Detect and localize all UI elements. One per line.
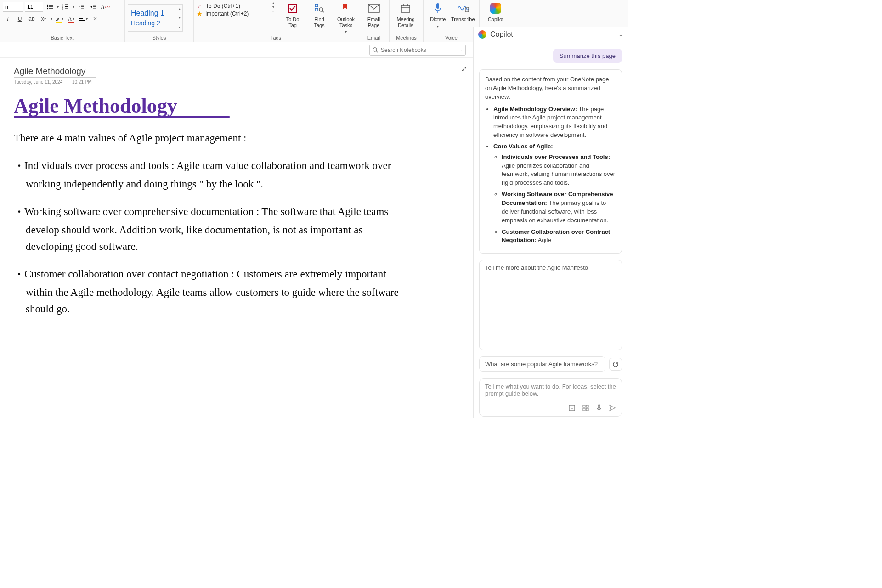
tag-scroll[interactable]: ▴▾⌄ [270,1,277,13]
summary-item: Working Software over Comprehensive Docu… [502,190,616,225]
svg-rect-23 [315,8,318,11]
transcribe-button[interactable]: Transcribe [450,1,476,23]
svg-rect-3 [49,6,53,7]
copilot-title: Copilot [490,30,615,39]
meeting-details-button[interactable]: MeetingDetails [392,1,419,28]
outlook-tasks-button[interactable]: OutlookTasks ▾ [333,1,359,34]
search-row: ⌄ [0,42,473,58]
font-color-icon[interactable]: A [66,14,76,24]
group-email: EmailPage Email [358,0,390,42]
tag-item-todo[interactable]: To Do (Ctrl+1) [197,3,270,9]
send-icon[interactable] [609,404,616,412]
svg-rect-1 [49,5,53,5]
heading2-style[interactable]: Heading 2 [131,19,182,27]
ink-bullet-1: Individuals over process and tools : Agi… [14,155,409,192]
chevron-down-icon[interactable]: ⌄ [459,48,463,52]
svg-rect-20 [79,20,85,21]
svg-rect-13 [81,6,84,7]
styles-gallery[interactable]: Heading 1 Heading 2 ▴▾⌄ [128,4,183,32]
font-name-select[interactable] [3,2,23,12]
tag-item-important[interactable]: ★ Important (Ctrl+2) [197,10,270,17]
svg-point-4 [47,8,48,9]
svg-text:3: 3 [62,8,64,10]
svg-rect-9 [65,6,68,7]
svg-rect-21 [288,4,297,12]
svg-rect-22 [315,4,318,7]
svg-rect-43 [598,405,600,408]
suggestion-1[interactable]: Tell me more about the Agile Manifesto [479,260,622,350]
dictate-button[interactable]: Dictate ▾ [426,1,450,28]
prompt-guide-icon[interactable] [568,404,576,412]
outdent-icon[interactable] [76,2,86,12]
group-voice: Dictate ▾ Transcribe Voice [424,0,480,42]
svg-point-2 [47,6,48,7]
group-label-meetings: Meetings [392,34,420,42]
find-tags-button[interactable]: FindTags [306,1,333,34]
heading1-style[interactable]: Heading 1 [131,9,182,17]
italic-icon[interactable]: I [3,14,13,24]
underline-icon[interactable]: U [15,14,25,24]
search-input[interactable] [381,47,456,53]
group-label-tags: Tags [197,34,355,42]
svg-rect-36 [569,405,575,411]
svg-rect-14 [81,9,84,9]
numbering-icon[interactable]: 123 [61,2,71,12]
svg-rect-39 [583,405,585,407]
ink-bullet-2: Working software over comprehensive docu… [14,201,409,255]
group-label-voice: Voice [426,34,476,42]
search-notebooks[interactable]: ⌄ [369,45,466,56]
copilot-pane: Copilot ⌄ Summarize this page Based on t… [473,27,628,418]
svg-rect-17 [93,9,96,9]
svg-rect-18 [79,17,85,17]
group-label-basic-text: Basic Text [3,34,122,42]
indent-icon[interactable] [88,2,98,12]
expand-icon[interactable]: ⤢ [461,64,467,73]
star-icon: ★ [197,10,203,17]
refresh-suggestions-button[interactable] [609,358,622,371]
strike-icon[interactable]: ab [27,14,37,24]
highlight-icon[interactable] [54,14,64,24]
ink-title: Agile Methodology [14,96,459,117]
email-page-button[interactable]: EmailPage [361,1,386,28]
svg-point-34 [373,48,377,51]
styles-scroll[interactable]: ▴▾⌄ [176,5,182,31]
summarize-pill[interactable]: Summarize this page [553,49,622,63]
copilot-input-placeholder: Tell me what you want to do. For ideas, … [485,383,616,401]
group-label-email: Email [361,34,386,42]
group-styles: Heading 1 Heading 2 ▴▾⌄ Styles [125,0,194,42]
subscript-icon[interactable]: x2 [39,14,49,24]
grid-icon[interactable] [582,404,589,412]
svg-line-35 [376,51,378,52]
summary-item: Core Values of Agile:Individuals over Pr… [493,142,616,245]
group-meetings: MeetingDetails Meetings [390,0,424,42]
page-time: 10:21 PM [72,79,92,85]
chevron-down-icon[interactable]: ⌄ [618,31,623,38]
font-size-select[interactable] [25,2,43,12]
svg-point-0 [47,5,48,6]
page-date: Tuesday, June 11, 2024 [14,79,62,85]
svg-rect-27 [401,5,410,12]
tag-gallery[interactable]: To Do (Ctrl+1) ★ Important (Ctrl+2) [197,1,270,17]
bullets-icon[interactable] [45,2,55,12]
page-title[interactable]: Agile Methodology [14,66,96,78]
summary-item: Customer Collaboration over Contract Neg… [502,228,616,245]
align-icon[interactable] [78,14,88,24]
svg-rect-40 [586,405,588,407]
checkbox-icon [197,3,203,9]
todo-tag-button[interactable]: To DoTag [279,1,306,34]
group-tags: To Do (Ctrl+1) ★ Important (Ctrl+2) ▴▾⌄ … [194,0,358,42]
clear-icon[interactable]: ✕ [90,14,100,24]
copilot-ribbon-button[interactable]: Copilot [482,1,509,23]
main-area: ⌄ ⤢ Agile Methodology Tuesday, June 11, … [0,42,628,418]
note-page[interactable]: ⤢ Agile Methodology Tuesday, June 11, 20… [0,58,473,418]
svg-rect-5 [49,8,53,9]
page-meta: Tuesday, June 11, 2024 10:21 PM [14,79,459,85]
clear-format-icon[interactable]: A⌫ [100,2,110,12]
copilot-input[interactable]: Tell me what you want to do. For ideas, … [479,378,622,417]
svg-rect-42 [586,408,588,411]
ink-bullet-3: Customer collaboration over contact nego… [14,263,409,317]
mic-icon[interactable] [596,404,602,412]
suggestion-2[interactable]: What are some popular Agile frameworks? [479,356,605,372]
copilot-header: Copilot ⌄ [474,27,628,42]
svg-point-24 [319,8,323,11]
